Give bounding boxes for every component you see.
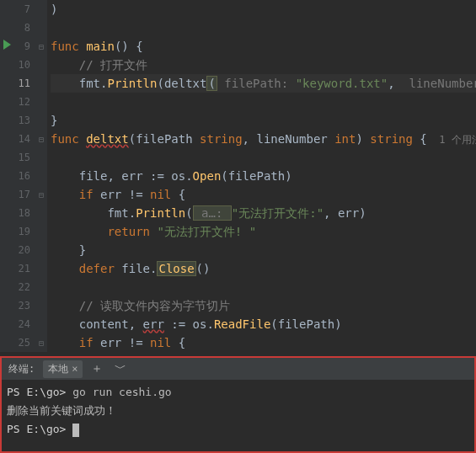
terminal-tab[interactable]: 本地 × — [43, 360, 83, 378]
code-editor[interactable]: 7 8 9 10 11 12 13 14 15 16 17 18 19 20 2… — [0, 0, 476, 352]
fold-icon[interactable]: ⊟ — [35, 130, 47, 148]
line-number: 23 — [0, 296, 30, 315]
code-content[interactable]: ) func main() { // 打开文件 fmt.Println(delt… — [47, 0, 476, 352]
line-number: 12 — [0, 93, 30, 111]
line-number: 19 — [0, 222, 30, 241]
line-number: 20 — [0, 241, 30, 259]
line-number: 13 — [0, 111, 30, 130]
fold-icon[interactable]: ⊟ — [35, 185, 47, 204]
terminal-tabbar: 终端: 本地 × ＋ ﹀ — [2, 358, 474, 380]
line-number: 21 — [0, 259, 30, 278]
line-number: 24 — [0, 315, 30, 333]
line-number: 22 — [0, 278, 30, 296]
line-number: 18 — [0, 204, 30, 222]
line-number: 8 — [0, 19, 30, 37]
fold-icon[interactable]: ⊟ — [35, 333, 47, 352]
terminal-tab-label: 本地 — [48, 362, 68, 376]
line-number-gutter: 7 8 9 10 11 12 13 14 15 16 17 18 19 20 2… — [0, 0, 35, 352]
fold-icon[interactable]: ⊟ — [35, 37, 47, 56]
terminal-cursor — [72, 424, 79, 437]
line-number: 10 — [0, 56, 30, 74]
new-terminal-icon[interactable]: ＋ — [88, 361, 106, 376]
usage-hint[interactable]: 1 个用法 — [427, 134, 476, 146]
fold-icon[interactable] — [35, 0, 47, 19]
line-number: 7 — [0, 0, 30, 19]
close-icon[interactable]: × — [72, 363, 78, 375]
terminal-panel[interactable]: 终端: 本地 × ＋ ﹀ PS E:\go> go run ceshi.go 删… — [0, 356, 476, 453]
line-number: 25 — [0, 333, 30, 352]
terminal-output[interactable]: PS E:\go> go run ceshi.go 删除当前关键词成功！ PS … — [2, 380, 474, 442]
line-number: 15 — [0, 148, 30, 167]
fold-gutter: ⊟ ⊟ ⊟ ⊟ — [35, 0, 47, 352]
terminal-dropdown-icon[interactable]: ﹀ — [111, 361, 130, 376]
line-number: 17 — [0, 185, 30, 204]
line-number: 9 — [0, 37, 30, 56]
terminal-title: 终端: — [5, 362, 38, 376]
line-number: 16 — [0, 167, 30, 185]
line-number: 11 — [0, 74, 30, 93]
run-gutter-icon[interactable] — [3, 40, 11, 50]
line-number: 14 — [0, 130, 30, 148]
